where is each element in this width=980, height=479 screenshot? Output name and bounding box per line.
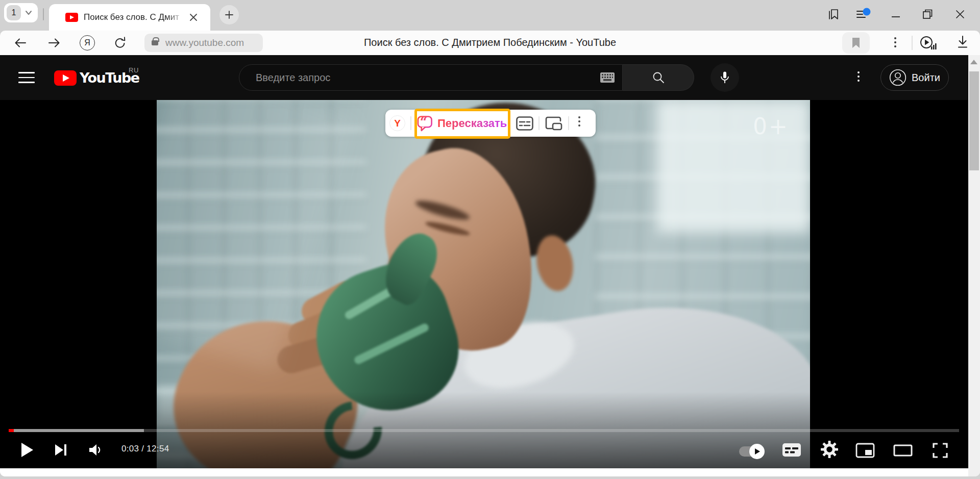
- sign-in-button[interactable]: Войти: [880, 64, 949, 91]
- next-button[interactable]: [52, 442, 69, 458]
- video-enhance-icon[interactable]: [919, 34, 937, 52]
- yandex-y-letter: Y: [394, 118, 401, 129]
- subtitles-button[interactable]: [781, 442, 802, 458]
- youtube-menu-icon[interactable]: [857, 71, 860, 82]
- youtube-logo[interactable]: YouTube: [54, 70, 139, 86]
- overlay-subtitles-button[interactable]: [516, 115, 534, 131]
- autoplay-knob-icon: [749, 444, 765, 459]
- tab-close-icon[interactable]: [188, 12, 199, 23]
- play-icon: [20, 442, 34, 458]
- yandex-video-toolbar: Y “ Пересказать: [385, 110, 596, 137]
- toolbar-separator: [912, 36, 913, 50]
- notification-dot: [863, 8, 871, 16]
- subtitles-icon: [516, 116, 533, 131]
- download-icon[interactable]: [955, 35, 970, 49]
- scrollbar-thumb[interactable]: [969, 71, 979, 170]
- progress-bar[interactable]: [9, 429, 959, 432]
- page-scrollbar[interactable]: [968, 55, 980, 476]
- region-label: RU: [129, 66, 139, 74]
- theater-mode-button[interactable]: [892, 444, 914, 457]
- tabbar-separator: [43, 8, 44, 20]
- search-button[interactable]: [623, 64, 694, 91]
- bookmark-button[interactable]: [842, 32, 870, 54]
- progress-played: [9, 429, 14, 432]
- avatar-icon: [889, 69, 906, 86]
- summarize-label: Пересказать: [437, 117, 507, 130]
- magnifier-icon: [651, 70, 666, 85]
- minimize-button[interactable]: [888, 7, 903, 22]
- overlay-separator: [410, 116, 411, 130]
- chevron-down-icon[interactable]: [23, 8, 34, 17]
- toolbar-menu-icon[interactable]: [894, 37, 896, 47]
- speaker-icon: [88, 443, 105, 457]
- scrollbar-up-arrow-icon[interactable]: [970, 60, 977, 64]
- yandex-logo-button[interactable]: Y: [389, 115, 405, 131]
- youtube-play-icon: [54, 70, 77, 86]
- overlay-separator: [538, 116, 540, 130]
- browser-menu-icon[interactable]: [855, 7, 871, 22]
- youtube-favicon-icon: [65, 13, 78, 22]
- youtube-header: YouTube RU Войти: [0, 55, 980, 100]
- browser-toolbar: Я www.youtube.com Поиск без слов. С Дмит…: [0, 31, 980, 55]
- next-icon: [54, 443, 67, 457]
- age-rating: 0+: [753, 113, 789, 139]
- time-display: 0:03 / 12:54: [121, 444, 169, 454]
- miniplayer-button[interactable]: [854, 442, 876, 459]
- settings-button[interactable]: [820, 440, 839, 459]
- new-tab-button[interactable]: [219, 5, 239, 24]
- gear-icon: [820, 440, 839, 459]
- overlay-menu-icon[interactable]: [578, 116, 580, 127]
- miniplayer-icon: [855, 443, 875, 458]
- plus-icon: [225, 10, 234, 19]
- microphone-icon: [718, 70, 731, 85]
- tab-title: Поиск без слов. С Дмит: [84, 12, 185, 22]
- summarize-button[interactable]: “ Пересказать: [417, 110, 507, 137]
- subtitles-filled-icon: [782, 443, 801, 457]
- bookmarks-panel-icon[interactable]: [826, 7, 841, 22]
- keyboard-icon[interactable]: [600, 72, 615, 83]
- sign-in-label: Войти: [912, 72, 940, 84]
- overlay-pip-button[interactable]: [545, 115, 563, 131]
- progress-buffered: [9, 429, 144, 432]
- tab-count: 1: [7, 5, 21, 20]
- quote-bubble-icon: “: [417, 115, 433, 132]
- close-button[interactable]: [952, 7, 968, 22]
- web-page: YouTube RU Войти: [0, 55, 980, 476]
- play-button[interactable]: [18, 441, 36, 459]
- page-bottom-strip: [0, 468, 968, 476]
- active-tab[interactable]: Поиск без слов. С Дмит: [49, 4, 210, 31]
- autoplay-toggle[interactable]: [739, 446, 763, 457]
- svg-text:“: “: [420, 115, 427, 130]
- fullscreen-button[interactable]: [930, 441, 950, 460]
- picture-in-picture-icon: [545, 116, 562, 131]
- tab-bar: 1 Поиск без слов. С Дмит: [0, 0, 980, 31]
- tab-counter[interactable]: 1: [4, 3, 38, 22]
- volume-button[interactable]: [87, 442, 106, 458]
- voice-search-button[interactable]: [710, 63, 739, 92]
- browser-window: 1 Поиск без слов. С Дмит: [0, 0, 980, 479]
- overlay-separator: [568, 116, 569, 130]
- restore-button[interactable]: [920, 7, 935, 22]
- search-box[interactable]: [239, 64, 623, 91]
- bookmark-flag-icon: [850, 36, 862, 49]
- hamburger-menu-icon[interactable]: [18, 72, 35, 83]
- video-player[interactable]: Y “ Пересказать: [0, 100, 968, 468]
- page-title: Поиск без слов. С Дмитрием Побединским -…: [0, 37, 980, 48]
- fullscreen-icon: [932, 442, 949, 459]
- theater-icon: [893, 444, 913, 457]
- search-input[interactable]: [255, 71, 600, 84]
